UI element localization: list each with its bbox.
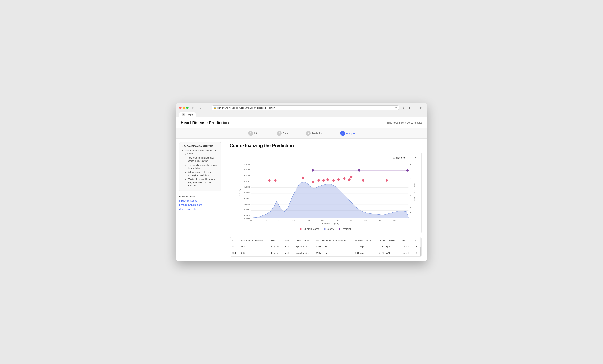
active-tab[interactable]: W Howso bbox=[179, 112, 196, 117]
steps-bar: 1 Intro 2 Data 3 Prediction 4 Analyze bbox=[176, 128, 427, 139]
step-label-prediction: Prediction bbox=[312, 132, 323, 135]
page-content: Heart Disease Prediction Time to Complet… bbox=[176, 117, 427, 261]
svg-text:249: 249 bbox=[321, 219, 324, 221]
cell-sex: male bbox=[283, 243, 293, 250]
prediction-marker-right bbox=[406, 169, 409, 172]
sidebar-button[interactable]: ⊡ bbox=[419, 105, 424, 110]
step-circle-1: 1 bbox=[248, 131, 253, 136]
cell-cholesterol: 270 mg/dL bbox=[353, 243, 376, 250]
step-data[interactable]: 2 Data bbox=[277, 131, 288, 136]
maximize-button[interactable] bbox=[186, 106, 189, 109]
list-item-1: How changing patient data affects the pr… bbox=[187, 156, 219, 163]
key-takeaways-title: KEY TAKEAWAYS - ANALYZE bbox=[182, 145, 219, 147]
list-item-4: What actions would cause a "negative" he… bbox=[187, 178, 219, 187]
new-tab-button[interactable]: + bbox=[413, 105, 418, 110]
chart-area: 0.0000 0.0015 0.0031 0.0046 0.0061 0.007… bbox=[233, 163, 418, 226]
cell-ecg: normal bbox=[400, 250, 412, 256]
close-button[interactable] bbox=[179, 106, 182, 109]
influential-dot-1 bbox=[268, 179, 271, 182]
chart-legend: Influential Cases Density Prediction bbox=[233, 228, 418, 230]
list-item-3: Relevancy of features in making the pred… bbox=[187, 171, 219, 177]
cell-influence: N/A bbox=[239, 243, 268, 250]
cell-cholesterol: 264 mg/dL bbox=[353, 250, 376, 256]
feature-dropdown[interactable]: Cholesterol Age Blood Pressure Blood Sug… bbox=[391, 155, 418, 160]
link-feature-contributions[interactable]: Feature Contributions bbox=[179, 204, 221, 206]
key-takeaways-section: KEY TAKEAWAYS - ANALYZE With Howso Under… bbox=[179, 142, 221, 192]
traffic-lights bbox=[179, 106, 189, 109]
time-estimate: Time to Complete: 10-12 minutes bbox=[387, 121, 422, 124]
back-button[interactable]: ‹ bbox=[197, 105, 203, 110]
scrollbar-thumb[interactable] bbox=[420, 247, 421, 257]
step-intro[interactable]: 1 Intro bbox=[248, 131, 259, 136]
dropdown-row: Cholesterol Age Blood Pressure Blood Sug… bbox=[233, 155, 418, 160]
influential-dot-11 bbox=[348, 178, 350, 181]
col-id: ID bbox=[230, 237, 239, 244]
key-takeaways-list: With Howso Understandable AI you see: Ho… bbox=[182, 149, 219, 188]
browser-controls: ⊞ ‹ › 🔒 playground.howso.com/scenarios/h… bbox=[179, 105, 424, 110]
link-influential-cases[interactable]: Influential Cases bbox=[179, 199, 221, 202]
share-button[interactable]: ⬆ bbox=[407, 105, 412, 110]
step-label-data: Data bbox=[283, 132, 288, 135]
svg-text:6: 6 bbox=[410, 183, 411, 185]
table-container: ID INFLUENCE WEIGHT AGE SEX CHEST PAIN R… bbox=[230, 237, 422, 257]
legend-dot-prediction bbox=[339, 228, 340, 230]
influential-dot-3 bbox=[302, 176, 304, 179]
legend-density: Density bbox=[324, 228, 334, 230]
legend-label-density: Density bbox=[327, 228, 334, 230]
svg-text:0.0061: 0.0061 bbox=[244, 197, 250, 199]
svg-text:190: 190 bbox=[264, 219, 267, 221]
link-counterfactuals[interactable]: Counterfactuals bbox=[179, 208, 221, 211]
minimize-button[interactable] bbox=[183, 106, 185, 109]
section-title: Contextualizing the Prediction bbox=[230, 143, 422, 148]
tab-favicon: W bbox=[182, 114, 185, 116]
table-row: 298 8.55% 45 years male typical angina 1… bbox=[230, 250, 421, 256]
tab-bar: W Howso bbox=[179, 112, 424, 117]
svg-text:0.0000: 0.0000 bbox=[244, 217, 250, 219]
core-concepts-title: CORE CONCEPTS bbox=[179, 195, 221, 197]
forward-button[interactable]: › bbox=[205, 105, 210, 110]
svg-text:0.0046: 0.0046 bbox=[244, 203, 250, 205]
sidebar: KEY TAKEAWAYS - ANALYZE With Howso Under… bbox=[176, 139, 224, 261]
svg-text:321: 321 bbox=[393, 219, 396, 221]
svg-text:205: 205 bbox=[278, 219, 281, 221]
scrollbar-track[interactable] bbox=[420, 237, 421, 257]
svg-text:2: 2 bbox=[410, 206, 411, 208]
sidebar-toggle-button[interactable]: ⊞ bbox=[190, 105, 196, 110]
cell-id: 298 bbox=[230, 250, 239, 256]
cell-id: P1 bbox=[230, 243, 239, 250]
svg-text:234: 234 bbox=[307, 219, 310, 221]
col-ecg: ECG bbox=[400, 237, 412, 244]
svg-text:9: 9 bbox=[410, 166, 411, 168]
reload-icon[interactable]: ↻ bbox=[395, 106, 397, 109]
svg-text:176: 176 bbox=[249, 219, 252, 221]
col-influence-weight: INFLUENCE WEIGHT bbox=[239, 237, 268, 244]
table-body: P1 N/A 50 years male typical angina 115 … bbox=[230, 243, 421, 256]
cell-age: 45 years bbox=[268, 250, 283, 256]
influential-dot-5 bbox=[317, 179, 320, 182]
col-sex: SEX bbox=[283, 237, 293, 244]
cell-ecg: normal bbox=[400, 243, 412, 250]
address-bar[interactable]: 🔒 playground.howso.com/scenarios/heart-d… bbox=[212, 106, 399, 110]
legend-dot-influential bbox=[300, 228, 302, 230]
svg-text:0.0122: 0.0122 bbox=[244, 174, 250, 176]
svg-text:0: 0 bbox=[410, 217, 411, 219]
browser-window: ⊞ ‹ › 🔒 playground.howso.com/scenarios/h… bbox=[176, 103, 427, 261]
influential-dot-8 bbox=[332, 179, 335, 182]
step-connector-2 bbox=[290, 133, 304, 133]
col-cholesterol: CHOLESTEROL bbox=[353, 237, 376, 244]
col-resting-bp: RESTING BLOOD PRESSURE bbox=[314, 237, 353, 244]
legend-prediction: Prediction bbox=[339, 228, 351, 230]
step-analyze[interactable]: 4 Analyze bbox=[340, 131, 355, 136]
step-prediction[interactable]: 3 Prediction bbox=[306, 131, 323, 136]
svg-text:Cholesterol (mg/dL): Cholesterol (mg/dL) bbox=[320, 222, 339, 224]
influential-dot-6 bbox=[323, 179, 325, 182]
list-item-intro: With Howso Understandable AI you see: Ho… bbox=[185, 149, 219, 188]
step-connector-1 bbox=[260, 133, 275, 133]
download-button[interactable]: ⤓ bbox=[401, 105, 406, 110]
svg-text:1: 1 bbox=[410, 212, 411, 214]
density-chart: 0.0000 0.0015 0.0031 0.0046 0.0061 0.007… bbox=[233, 163, 418, 226]
influential-dot-10 bbox=[343, 177, 346, 180]
svg-text:10: 10 bbox=[410, 163, 412, 165]
cell-chest-pain: typical angina bbox=[293, 243, 313, 250]
svg-text:0.0107: 0.0107 bbox=[244, 180, 250, 182]
